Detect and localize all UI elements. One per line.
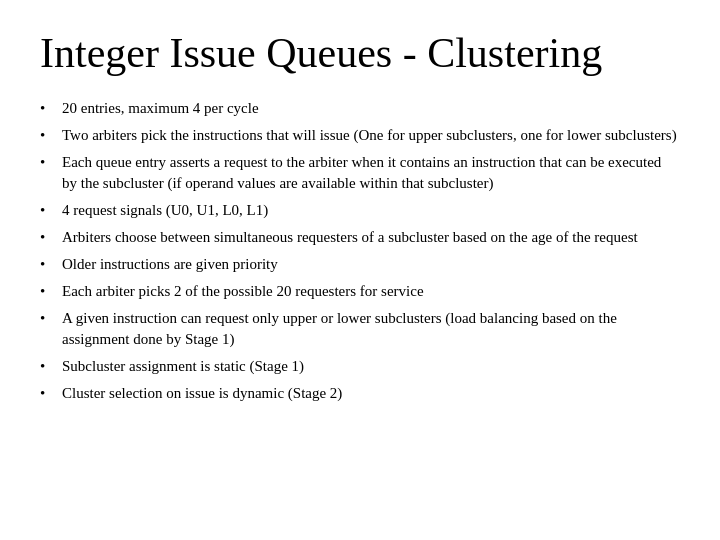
bullet-char: •: [40, 356, 58, 377]
bullet-char: •: [40, 125, 58, 146]
bullet-char: •: [40, 308, 58, 329]
bullet-char: •: [40, 227, 58, 248]
bullet-text: Each queue entry asserts a request to th…: [62, 152, 680, 194]
bullet-text: 4 request signals (U0, U1, L0, L1): [62, 200, 680, 221]
bullet-item: •Each arbiter picks 2 of the possible 20…: [40, 281, 680, 302]
bullet-item: •Subcluster assignment is static (Stage …: [40, 356, 680, 377]
bullet-char: •: [40, 98, 58, 119]
slide-title: Integer Issue Queues - Clustering: [40, 30, 680, 76]
bullet-item: •Cluster selection on issue is dynamic (…: [40, 383, 680, 404]
bullet-char: •: [40, 281, 58, 302]
bullet-text: Two arbiters pick the instructions that …: [62, 125, 680, 146]
bullet-char: •: [40, 152, 58, 173]
bullet-item: •Arbiters choose between simultaneous re…: [40, 227, 680, 248]
bullet-item: •20 entries, maximum 4 per cycle: [40, 98, 680, 119]
bullet-char: •: [40, 254, 58, 275]
bullet-item: •Two arbiters pick the instructions that…: [40, 125, 680, 146]
bullet-char: •: [40, 383, 58, 404]
bullet-char: •: [40, 200, 58, 221]
bullet-item: •Each queue entry asserts a request to t…: [40, 152, 680, 194]
slide: Integer Issue Queues - Clustering •20 en…: [0, 0, 720, 540]
bullet-text: Cluster selection on issue is dynamic (S…: [62, 383, 680, 404]
bullet-item: •4 request signals (U0, U1, L0, L1): [40, 200, 680, 221]
bullet-text: Arbiters choose between simultaneous req…: [62, 227, 680, 248]
bullet-list: •20 entries, maximum 4 per cycle•Two arb…: [40, 98, 680, 410]
bullet-text: 20 entries, maximum 4 per cycle: [62, 98, 680, 119]
bullet-item: •Older instructions are given priority: [40, 254, 680, 275]
bullet-text: Older instructions are given priority: [62, 254, 680, 275]
bullet-item: •A given instruction can request only up…: [40, 308, 680, 350]
bullet-text: Subcluster assignment is static (Stage 1…: [62, 356, 680, 377]
bullet-text: Each arbiter picks 2 of the possible 20 …: [62, 281, 680, 302]
bullet-text: A given instruction can request only upp…: [62, 308, 680, 350]
